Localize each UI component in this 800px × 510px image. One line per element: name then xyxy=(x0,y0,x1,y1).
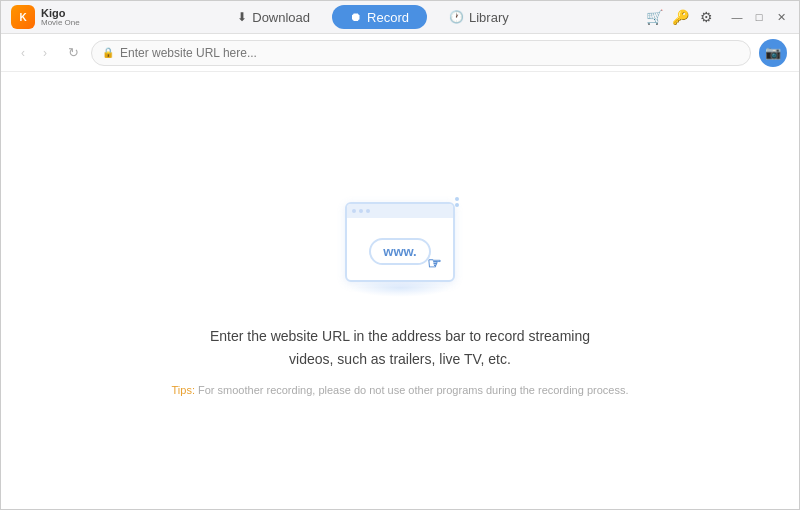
titlebar-controls: 🛒 🔑 ⚙ — □ ✕ xyxy=(645,8,789,26)
desc-line1: Enter the website URL in the address bar… xyxy=(210,328,590,344)
browser-dot-2 xyxy=(359,209,363,213)
browser-body-graphic: www. ☞ xyxy=(347,218,453,284)
nav-arrows: ‹ › xyxy=(13,43,55,63)
camera-icon: 📷 xyxy=(765,45,781,60)
browser-dot-1 xyxy=(352,209,356,213)
camera-button[interactable]: 📷 xyxy=(759,39,787,67)
app-logo-icon: K xyxy=(11,5,35,29)
deco-dots xyxy=(455,195,459,209)
tab-download[interactable]: ⬇ Download xyxy=(219,5,328,29)
main-content: www. ☞ Enter the website URL in the addr… xyxy=(1,72,799,510)
tab-library[interactable]: 🕐 Library xyxy=(431,5,527,29)
cursor-hand-icon: ☞ xyxy=(427,254,441,273)
www-pill: www. ☞ xyxy=(369,238,430,265)
logo-text: Kigo Movie One xyxy=(41,7,80,28)
window-controls: — □ ✕ xyxy=(729,9,789,25)
app-title: Kigo xyxy=(41,7,80,19)
nav-tabs: ⬇ Download ⏺ Record 🕐 Library xyxy=(101,5,645,29)
maximize-button[interactable]: □ xyxy=(751,9,767,25)
download-tab-icon: ⬇ xyxy=(237,10,247,24)
logo-area: K Kigo Movie One xyxy=(11,5,101,29)
url-input[interactable] xyxy=(120,46,740,60)
deco-dot-1 xyxy=(455,197,459,201)
desc-line2: videos, such as trailers, live TV, etc. xyxy=(289,351,511,367)
back-button[interactable]: ‹ xyxy=(13,43,33,63)
browser-illustration: www. ☞ xyxy=(335,187,465,297)
url-bar: 🔒 xyxy=(91,40,751,66)
minimize-button[interactable]: — xyxy=(729,9,745,25)
app-subtitle: Movie One xyxy=(41,19,80,28)
record-tab-label: Record xyxy=(367,10,409,25)
library-tab-icon: 🕐 xyxy=(449,10,464,24)
tips-label: Tips: xyxy=(172,384,195,396)
download-tab-label: Download xyxy=(252,10,310,25)
addressbar: ‹ › ↻ 🔒 📷 xyxy=(1,34,799,72)
tab-record[interactable]: ⏺ Record xyxy=(332,5,427,29)
deco-dot-2 xyxy=(455,203,459,207)
titlebar: K Kigo Movie One ⬇ Download ⏺ Record 🕐 L… xyxy=(1,1,799,34)
browser-window-graphic: www. ☞ xyxy=(345,202,455,282)
key-icon[interactable]: 🔑 xyxy=(671,8,689,26)
lock-icon: 🔒 xyxy=(102,47,114,58)
library-tab-label: Library xyxy=(469,10,509,25)
record-tab-icon: ⏺ xyxy=(350,10,362,24)
close-button[interactable]: ✕ xyxy=(773,9,789,25)
reload-button[interactable]: ↻ xyxy=(63,43,83,63)
browser-titlebar-graphic xyxy=(347,204,453,218)
cart-icon[interactable]: 🛒 xyxy=(645,8,663,26)
main-description: Enter the website URL in the address bar… xyxy=(210,325,590,370)
settings-icon[interactable]: ⚙ xyxy=(697,8,715,26)
browser-dot-3 xyxy=(366,209,370,213)
tips-content: For smoother recording, please do not us… xyxy=(195,384,629,396)
forward-button[interactable]: › xyxy=(35,43,55,63)
tips-text: Tips: For smoother recording, please do … xyxy=(172,384,629,396)
